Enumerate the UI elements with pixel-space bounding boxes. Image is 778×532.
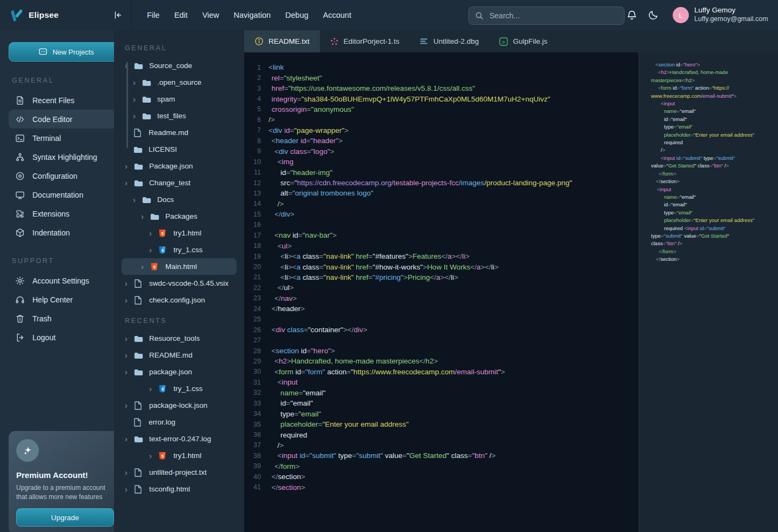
chevron-right-icon[interactable]: › [125,468,134,476]
chevron-right-icon[interactable]: › [149,246,158,254]
chevron-right-icon[interactable]: › [125,296,134,304]
sidebar-item-indentation[interactable]: Indentation [9,223,123,242]
tree-item-open-source[interactable]: ›.open_source [114,74,244,91]
sidebar-item-trash[interactable]: Trash [9,309,123,328]
chevron-right-icon[interactable]: › [125,334,134,342]
code-line[interactable]: 17<nav id="nav-bar"> [244,230,639,240]
code-line[interactable]: 13alt="original trombones logo" [244,188,639,198]
chevron-right-icon[interactable]: › [141,262,150,271]
chevron-right-icon[interactable]: › [125,401,134,409]
chevron-right-icon[interactable]: › [133,196,142,204]
sidebar-item-account-settings[interactable]: Account Settings [9,271,123,290]
menu-item-file[interactable]: File [147,11,159,19]
code-line[interactable]: 5crossorigin="anonymous" [244,104,639,115]
explorer-scrollbar[interactable] [126,62,128,148]
tree-item-main-html[interactable]: ›5Main.html [122,258,237,275]
code-line[interactable]: 35placeholder="Enter your email address" [244,419,639,429]
chevron-right-icon[interactable]: › [149,385,158,393]
code-line[interactable]: 20<li><a class="nav-link" href="#how-it-… [244,261,639,272]
code-line[interactable]: 28<section id="hero"> [244,346,639,356]
code-line[interactable]: 24</header> [244,304,639,314]
tree-item-package-lock-json[interactable]: ›package-lock.json [114,397,244,414]
code-line[interactable]: 29<h2>Handcrafted, home-made masterpiece… [244,356,639,366]
code-line[interactable]: 32name="email" [244,388,639,398]
tree-item-error-log[interactable]: error.log [114,414,244,430]
tree-item-check-config-json[interactable]: ›check.config.json [114,292,244,308]
chevron-right-icon[interactable]: › [133,112,142,120]
code-line[interactable]: 22</ul> [244,282,639,293]
code-line[interactable]: 36required [244,429,639,440]
code-line[interactable]: 14/> [244,199,639,209]
menu-item-debug[interactable]: Debug [285,11,308,19]
tree-item-untlited-project-txt[interactable]: ›untlited-project.txt [114,464,244,481]
code-line[interactable]: 8<header id="header"> [244,136,639,146]
code-line[interactable]: 3href="https://use.fontawesome.com/relea… [244,83,639,93]
search-input[interactable] [488,11,618,21]
tree-item-try1-html[interactable]: ›5try1.html [114,225,244,241]
tree-item-source-code[interactable]: ›Source_code [114,57,244,74]
code-editor-pane[interactable]: 1<link2rel="stylesheet"3href="https://us… [244,52,639,532]
chevron-right-icon[interactable]: › [125,162,134,170]
code-line[interactable]: 16 [244,220,639,230]
code-line[interactable]: 7<div id="page-wrapper"> [244,125,639,136]
code-line[interactable]: 39</form> [244,461,639,472]
code-line[interactable]: 26<div class="container"></div> [244,325,639,335]
sidebar-item-extensions[interactable]: Extensions [9,204,123,223]
tree-item-try-1-css[interactable]: ›3try_1.css [114,380,244,397]
chevron-right-icon[interactable]: › [125,485,134,493]
code-line[interactable]: 15</div> [244,209,639,219]
code-line[interactable]: 21<li><a class="nav-link" href="#pricing… [244,272,639,282]
tree-item-swdc-vscode-0-5-45-vsix[interactable]: ›swdc-vscode-0.5.45.vsix [114,275,244,292]
dark-mode-moon-icon[interactable] [648,10,659,20]
tree-item-packages[interactable]: ›Packages [114,208,244,225]
tree-item-docs[interactable]: ›Docs [114,191,244,208]
code-line[interactable]: 37/> [244,440,639,450]
tree-item-spam[interactable]: ›spam [114,91,244,107]
tree-item-try-1-css[interactable]: ›3try_1.css [114,241,244,258]
code-line[interactable]: 19<li><a class="nav-link" href="#feature… [244,251,639,261]
code-line[interactable]: 30<form id="form" action="https://www.fr… [244,367,639,377]
tree-item-package-json[interactable]: ›package.json [114,363,244,380]
code-line[interactable]: 4integrity="sha384-50oBUHEmvpQ+1lW4y57PT… [244,93,639,104]
new-projects-button[interactable]: New Projects [9,42,124,62]
tab-gulpfile-js[interactable]: jsGulpFile.js [489,30,558,52]
code-line[interactable]: 40</section> [244,472,639,482]
chevron-right-icon[interactable]: › [125,435,134,443]
code-line[interactable]: 2rel="stylesheet" [244,72,639,83]
sidebar-item-syntax-highlighting[interactable]: Syntax Highlighting [9,147,123,166]
sidebar-item-logout[interactable]: Logout [9,328,123,347]
chevron-right-icon[interactable]: › [149,229,158,237]
chevron-right-icon[interactable]: › [141,212,150,220]
code-line[interactable]: 41</section> [244,482,639,493]
avatar[interactable]: L [673,7,689,23]
menu-item-navigation[interactable]: Navigation [234,11,271,19]
tree-item-readme-md[interactable]: Readme.md [114,124,244,141]
sidebar-item-help-center[interactable]: Help Center [9,290,123,309]
notifications-bell-icon[interactable] [627,10,637,21]
chevron-right-icon[interactable]: › [125,351,134,359]
tree-item-resuorce-tools[interactable]: ›Resuorce_tools [114,330,244,347]
code-line[interactable]: 31<input [244,377,639,387]
tab-untlited-2-dbg[interactable]: Untlited-2.dbg [410,30,489,52]
tree-item-change-test[interactable]: ›Change_test [114,174,244,191]
tree-item-try1-html[interactable]: ›5try1.html [114,447,244,464]
code-line[interactable]: 34type="email" [244,408,639,419]
chevron-right-icon[interactable]: › [125,279,134,287]
chevron-right-icon[interactable]: › [133,95,142,103]
code-line[interactable]: 25 [244,314,639,325]
chevron-right-icon[interactable]: › [125,368,134,376]
code-line[interactable]: 12src="https://cdn.freecodecamp.org/test… [244,178,639,188]
code-line[interactable]: 1<link [244,62,639,72]
code-line[interactable]: 23</nav> [244,293,639,304]
code-line[interactable]: 6/> [244,115,639,125]
code-line[interactable]: 18<ul> [244,240,639,251]
code-line[interactable]: 10<img [244,157,639,167]
chevron-right-icon[interactable]: › [133,78,142,86]
code-line[interactable]: 27 [244,335,639,345]
code-line[interactable]: 38<input id="submit" type="submit" value… [244,450,639,461]
tree-item-licensi[interactable]: LICENSI [114,141,244,158]
tree-item-tsconfig-html[interactable]: ›tsconfig.html [114,481,244,497]
collapse-sidebar-icon[interactable] [113,11,123,19]
sidebar-item-recent-files[interactable]: Recent Files [9,91,123,110]
tree-item-readme-md[interactable]: ›README.md [114,347,244,363]
